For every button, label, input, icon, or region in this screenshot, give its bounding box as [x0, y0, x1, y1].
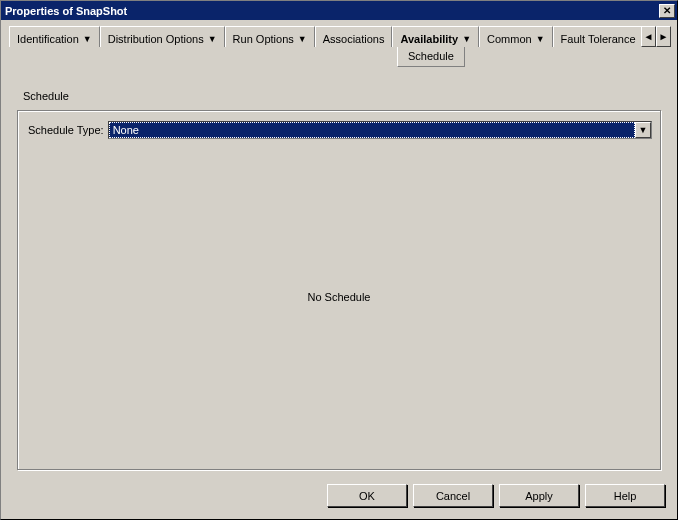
cancel-button[interactable]: Cancel	[413, 484, 493, 507]
title-bar: Properties of SnapShot ✕	[1, 1, 677, 20]
tab-scroll: ◄ ►	[641, 26, 671, 47]
tab-identification[interactable]: Identification ▼	[9, 26, 100, 47]
tab-availability[interactable]: Availability ▼	[392, 26, 479, 47]
subtab-row: Schedule	[397, 47, 465, 67]
window-title: Properties of SnapShot	[5, 5, 659, 17]
no-schedule-message: No Schedule	[18, 291, 660, 303]
schedule-type-row: Schedule Type: None ▼	[18, 111, 660, 139]
chevron-down-icon: ▼	[208, 35, 217, 44]
ok-button[interactable]: OK	[327, 484, 407, 507]
tab-strip: Identification ▼ Distribution Options ▼ …	[5, 26, 673, 68]
tab-fault-tolerance[interactable]: Fault Tolerance	[553, 26, 644, 47]
section-heading: Schedule	[23, 90, 667, 102]
tab-label: Identification	[17, 33, 79, 45]
subtab-label: Schedule	[408, 50, 454, 62]
tab-label: Common	[487, 33, 532, 45]
tab-run-options[interactable]: Run Options ▼	[225, 26, 315, 47]
tab-label: Fault Tolerance	[561, 33, 636, 45]
chevron-down-icon: ▼	[83, 35, 92, 44]
tab-distribution-options[interactable]: Distribution Options ▼	[100, 26, 225, 47]
schedule-type-label: Schedule Type:	[28, 124, 104, 136]
properties-dialog: Properties of SnapShot ✕ Identification …	[0, 0, 678, 520]
dialog-body: Identification ▼ Distribution Options ▼ …	[1, 20, 677, 519]
tab-label: Associations	[323, 33, 385, 45]
tab-associations[interactable]: Associations	[315, 26, 393, 47]
tab-scroll-left-button[interactable]: ◄	[641, 26, 656, 47]
schedule-group: Schedule Type: None ▼ No Schedule	[17, 110, 661, 470]
schedule-type-select[interactable]: None ▼	[108, 121, 652, 139]
tab-row: Identification ▼ Distribution Options ▼ …	[5, 26, 673, 48]
subtab-schedule[interactable]: Schedule	[397, 47, 465, 67]
help-button[interactable]: Help	[585, 484, 665, 507]
tab-label: Run Options	[233, 33, 294, 45]
tab-label: Availability	[400, 33, 458, 45]
tab-common[interactable]: Common ▼	[479, 26, 553, 47]
tab-label: Distribution Options	[108, 33, 204, 45]
chevron-down-icon: ▼	[462, 35, 471, 44]
dialog-buttons: OK Cancel Apply Help	[5, 476, 673, 515]
close-icon[interactable]: ✕	[659, 4, 675, 18]
chevron-down-icon[interactable]: ▼	[635, 122, 651, 138]
chevron-down-icon: ▼	[298, 35, 307, 44]
apply-button[interactable]: Apply	[499, 484, 579, 507]
availability-panel: Schedule Schedule Type: None ▼ No Schedu…	[11, 72, 667, 470]
tab-scroll-right-button[interactable]: ►	[656, 26, 671, 47]
chevron-down-icon: ▼	[536, 35, 545, 44]
schedule-type-value: None	[109, 122, 635, 138]
